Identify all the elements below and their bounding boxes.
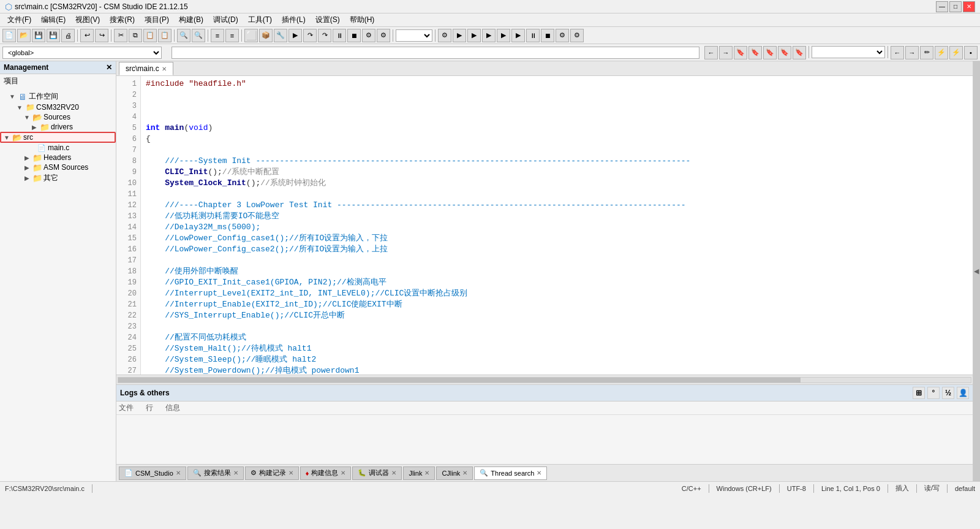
code-text[interactable]: #include "headfile.h" int main(void) { /… <box>141 76 973 375</box>
right-panel[interactable]: ◀ <box>973 61 980 481</box>
redo-button[interactable]: ↪ <box>95 29 108 42</box>
build-button[interactable]: ⬜ <box>244 29 258 42</box>
bottom-tab-search[interactable]: 🔍 搜索结果 ✕ <box>187 466 244 480</box>
logs-icons[interactable]: ⊞ ° ½ 👤 <box>913 387 969 399</box>
symbol-search-input[interactable] <box>172 47 699 59</box>
bottom-tab-cjlink[interactable]: CJlink ✕ <box>436 466 473 480</box>
menu-item-帮助h[interactable]: 帮助(H) <box>345 13 380 26</box>
bottom-tab-cjlink-close[interactable]: ✕ <box>462 470 467 476</box>
bottom-tab-search-close[interactable]: ✕ <box>233 470 238 476</box>
bottom-tab-buildinfo[interactable]: ♦ 构建信息 ✕ <box>300 466 352 480</box>
extra-button[interactable]: ⚙ <box>556 29 569 42</box>
menu-item-项目p[interactable]: 项目(P) <box>140 13 174 26</box>
step2-button[interactable]: ↷ <box>318 29 331 42</box>
bottom-tab-threadsearch[interactable]: 🔍 Thread search ✕ <box>474 466 547 480</box>
menu-item-文件f[interactable]: 文件(F) <box>2 13 36 26</box>
global-scope-select[interactable]: <global> <box>2 47 162 59</box>
new-file-button[interactable]: 📄 <box>2 29 16 42</box>
nav-btn2[interactable]: → <box>905 46 919 59</box>
debug2-button[interactable]: ⚙ <box>377 29 390 42</box>
bookmark5-button[interactable]: 🔖 <box>793 46 806 59</box>
horizontal-scrollbar[interactable] <box>116 375 973 384</box>
minimize-button[interactable]: — <box>936 1 948 12</box>
stop2-button[interactable]: ⏹ <box>541 29 554 42</box>
nav-forward-button[interactable]: → <box>719 46 733 59</box>
editor-tab-mainc-close[interactable]: ✕ <box>162 66 167 72</box>
logs-icon-user[interactable]: 👤 <box>957 387 969 399</box>
logs-icon-half[interactable]: ½ <box>942 387 954 399</box>
tree-other[interactable]: ▶ 📁 其它 <box>0 172 116 184</box>
bottom-tab-debugger[interactable]: 🐛 调试器 ✕ <box>352 466 402 480</box>
code-editor[interactable]: 12345 678910 1112131415 1617181920 21222… <box>116 76 973 375</box>
search-button[interactable]: 🔍 <box>177 29 190 42</box>
bottom-tab-jlink-close[interactable]: ✕ <box>424 470 429 476</box>
cut-button[interactable]: ✂ <box>114 29 127 42</box>
editor-tab-mainc[interactable]: src\main.c ✕ <box>119 62 173 75</box>
logs-icon-dot[interactable]: ° <box>927 387 940 399</box>
tree-workspace[interactable]: ▼ 🖥 工作空间 <box>0 91 116 102</box>
close-button[interactable]: ✕ <box>963 1 975 12</box>
menu-item-工具t[interactable]: 工具(T) <box>243 13 277 26</box>
pause2-button[interactable]: ⏸ <box>526 29 540 42</box>
copy-button[interactable]: ⧉ <box>129 29 142 42</box>
undo-button[interactable]: ↩ <box>80 29 94 42</box>
build3-button[interactable]: 🔧 <box>274 29 287 42</box>
tree-asm[interactable]: ▶ 📁 ASM Sources <box>0 162 116 172</box>
bottom-tab-build-close[interactable]: ✕ <box>288 470 293 476</box>
menu-item-插件l[interactable]: 插件(L) <box>277 13 311 26</box>
config-select[interactable]: default <box>396 29 432 42</box>
bookmark4-button[interactable]: 🔖 <box>778 46 791 59</box>
pause-button[interactable]: ⏸ <box>333 29 346 42</box>
run-button[interactable]: ▶ <box>288 29 302 42</box>
view1-button[interactable]: ≡ <box>211 29 224 42</box>
bottom-tab-csm-close[interactable]: ✕ <box>176 470 181 476</box>
debug-button[interactable]: ⚙ <box>362 29 375 42</box>
menu-item-调试d[interactable]: 调试(D) <box>208 13 243 26</box>
menu-item-编辑e[interactable]: 编辑(E) <box>36 13 70 26</box>
menu-item-搜索r[interactable]: 搜索(R) <box>105 13 140 26</box>
symbol-select[interactable] <box>812 46 885 58</box>
bookmark-button[interactable]: 🔖 <box>734 46 747 59</box>
search2-button[interactable]: 🔍 <box>192 29 205 42</box>
tree-src[interactable]: ▼ 📂 src <box>0 132 116 143</box>
run3-button[interactable]: ▶ <box>467 29 481 42</box>
nav-btn6[interactable]: • <box>964 46 978 59</box>
step-button[interactable]: ↷ <box>303 29 317 42</box>
build2-button[interactable]: 📦 <box>259 29 273 42</box>
bottom-tab-jlink[interactable]: Jlink ✕ <box>403 466 435 480</box>
logs-icon-grid[interactable]: ⊞ <box>913 387 925 399</box>
save-all-button[interactable]: 💾 <box>47 29 60 42</box>
menu-item-构建b[interactable]: 构建(B) <box>174 13 208 26</box>
tree-sources[interactable]: ▼ 📂 Sources <box>0 112 116 122</box>
bottom-tab-buildinfo-close[interactable]: ✕ <box>341 470 345 476</box>
nav-btn3[interactable]: ✏ <box>920 46 933 59</box>
bottom-tab-debugger-close[interactable]: ✕ <box>391 470 396 476</box>
paste2-button[interactable]: 📋 <box>158 29 172 42</box>
bookmark3-button[interactable]: 🔖 <box>763 46 777 59</box>
maximize-button[interactable]: □ <box>949 1 962 12</box>
run5-button[interactable]: ▶ <box>497 29 510 42</box>
nav-btn4[interactable]: ⚡ <box>935 46 948 59</box>
tree-headers[interactable]: ▶ 📁 Headers <box>0 153 116 162</box>
menu-item-视图v[interactable]: 视图(V) <box>70 13 105 26</box>
extra2-button[interactable]: ⚙ <box>570 29 584 42</box>
nav-btn5[interactable]: ⚡ <box>949 46 963 59</box>
paste-button[interactable]: 📋 <box>143 29 157 42</box>
management-close[interactable]: ✕ <box>106 63 112 72</box>
window-controls[interactable]: — □ ✕ <box>936 1 975 12</box>
run4-button[interactable]: ▶ <box>482 29 496 42</box>
tree-drivers[interactable]: ▶ 📁 drivers <box>0 122 116 132</box>
nav-btn1[interactable]: ← <box>891 46 904 59</box>
bookmark2-button[interactable]: 🔖 <box>748 46 762 59</box>
print-button[interactable]: 🖨 <box>61 29 75 42</box>
run6-button[interactable]: ▶ <box>511 29 525 42</box>
open-button[interactable]: 📂 <box>17 29 31 42</box>
menu-item-设置s[interactable]: 设置(S) <box>311 13 345 26</box>
save-button[interactable]: 💾 <box>32 29 45 42</box>
bottom-tab-build[interactable]: ⚙ 构建记录 ✕ <box>245 466 299 480</box>
bottom-tab-threadsearch-close[interactable]: ✕ <box>537 470 541 476</box>
stop-button[interactable]: ⏹ <box>347 29 361 42</box>
config-btn[interactable]: ⚙ <box>438 29 451 42</box>
nav-back-button[interactable]: ← <box>704 46 718 59</box>
view2-button[interactable]: ≡ <box>225 29 239 42</box>
